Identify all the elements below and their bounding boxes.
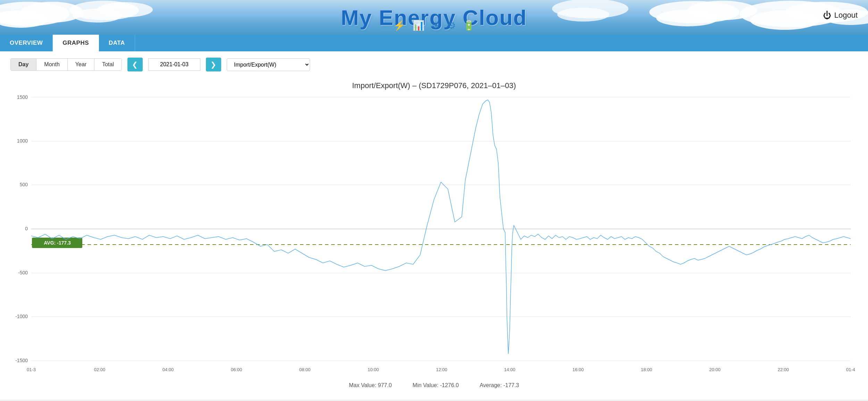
svg-point-2 [21,2,83,23]
icon-meter: ⚡ [393,20,406,31]
metric-selector[interactable]: Import/Export(W) Solar(W) Consumption(W) [227,58,310,71]
svg-point-14 [552,0,628,18]
chart-container: Import/Export(W) – (SD1729P076, 2021–01–… [0,78,868,400]
x-label-12h: 12:00 [436,367,448,372]
svg-point-15 [557,8,609,22]
x-label-8h: 08:00 [299,367,311,372]
logout-label: Logout [834,11,858,20]
power-icon: ⏻ [823,10,832,20]
y-label-1500: 1500 [17,94,28,100]
y-label-1000: 1000 [17,138,28,144]
x-label-0: 01-3 [27,367,36,372]
period-month-button[interactable]: Month [36,59,67,70]
y-label-neg1500: -1500 [15,358,28,363]
chart-data-line [31,100,851,354]
y-label-neg1000: -1000 [15,314,28,319]
svg-point-11 [750,10,819,30]
x-label-6h: 06:00 [231,367,242,372]
x-label-16h: 16:00 [573,367,584,372]
period-year-button[interactable]: Year [68,59,94,70]
period-total-button[interactable]: Total [94,59,122,70]
nav-graphs[interactable]: GRAPHS [53,35,99,51]
x-label-4h: 04:00 [162,367,174,372]
logout-button[interactable]: ⏻ Logout [823,10,858,20]
x-label-10h: 10:00 [368,367,379,372]
svg-point-6 [97,2,153,17]
x-label-end: 01-4 [846,367,855,372]
svg-point-3 [0,11,28,24]
x-label-2h: 02:00 [94,367,106,372]
chart-svg: 1500 1000 500 0 -500 -1000 -1500 AVG: -1… [10,94,858,378]
icon-vehicle: 🔋 [463,20,475,31]
stat-max: Max Value: 977.0 [349,382,392,389]
svg-point-1 [0,10,49,28]
chart-stats: Max Value: 977.0 Min Value: -1276.0 Aver… [10,378,858,393]
y-label-0: 0 [25,226,28,231]
svg-point-7 [649,1,740,23]
x-label-20h: 20:00 [709,367,721,372]
current-date-display: 2021-01-03 [148,58,200,71]
icon-solar: ☀ [432,20,440,31]
period-day-button[interactable]: Day [11,59,36,70]
prev-date-button[interactable]: ❮ [127,58,143,71]
svg-point-0 [0,2,69,26]
next-date-button[interactable]: ❯ [206,58,221,71]
icon-grid: ⚙ [447,20,456,31]
y-label-neg500: -500 [18,270,28,275]
icon-chart: 📊 [412,20,425,31]
svg-point-5 [73,9,122,23]
y-label-500: 500 [20,182,28,187]
chart-wrapper: 1500 1000 500 0 -500 -1000 -1500 AVG: -1… [10,94,858,378]
x-label-14h: 14:00 [504,367,516,372]
chart-title: Import/Export(W) – (SD1729P076, 2021–01–… [10,81,858,90]
navbar: OVERVIEW GRAPHS DATA [0,35,868,51]
stat-avg: Average: -177.3 [479,382,519,389]
avg-label-text: AVG: -177.3 [44,240,71,246]
header: My Energy Cloud ⚡ 📊 ☀ ⚙ 🔋 ⏻ Logout [0,0,868,35]
stat-min: Min Value: -1276.0 [412,382,459,389]
x-label-22h: 22:00 [778,367,789,372]
controls-bar: Day Month Year Total ❮ 2021-01-03 ❯ Impo… [0,51,868,78]
svg-point-9 [687,1,757,20]
nav-data[interactable]: DATA [99,35,135,51]
header-nav-icons: ⚡ 📊 ☀ ⚙ 🔋 [393,20,475,31]
x-label-18h: 18:00 [641,367,652,372]
nav-overview[interactable]: OVERVIEW [0,35,53,51]
svg-point-8 [656,10,719,26]
period-buttons: Day Month Year Total [10,58,122,71]
svg-point-4 [69,1,139,20]
